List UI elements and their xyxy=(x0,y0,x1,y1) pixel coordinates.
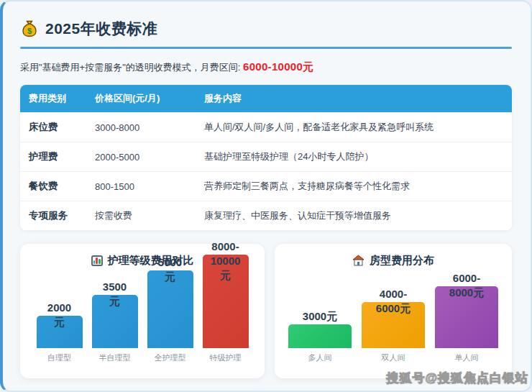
bar-chart-icon xyxy=(91,255,103,266)
bar-value-label: 3500 元 xyxy=(103,280,127,309)
bar-category-label: 半自理型 xyxy=(99,352,131,363)
col-header-service: 服务内容 xyxy=(196,85,512,112)
money-bag-icon: $ xyxy=(20,19,39,38)
table-cell: 按需收费 xyxy=(86,201,196,230)
table-cell: 护理费 xyxy=(20,142,86,171)
table-cell: 基础护理至特级护理（24小时专人陪护） xyxy=(196,142,512,171)
bar-category-label: 全护理型 xyxy=(155,352,186,363)
bar-value-label: 2000 元 xyxy=(47,301,71,329)
table-cell: 床位费 xyxy=(20,112,86,142)
chart-bar: 5000 元 xyxy=(147,270,193,348)
table-row: 专项服务按需收费康复理疗、中医服务、认知症干预等增值服务 xyxy=(20,201,512,230)
table-cell: 餐饮费 xyxy=(20,171,86,201)
table-cell: 2000-5000 xyxy=(86,142,196,171)
col-header-category: 费用类别 xyxy=(20,85,86,112)
col-header-price: 价格区间(元/月) xyxy=(86,85,196,112)
bar-value-label: 3000元 xyxy=(303,309,337,324)
charts-row: 护理等级费用对比 2000 元自理型3500 元半自理型5000 元全护理型80… xyxy=(20,244,512,378)
bar-value-label: 6000- 8000元 xyxy=(449,271,484,300)
bar-value-label: 8000- 10000 元 xyxy=(211,240,241,283)
table-row: 护理费2000-5000基础护理至特级护理（24小时专人陪护） xyxy=(20,142,512,171)
house-icon xyxy=(352,255,364,266)
pricing-panel: $ 2025年收费标准 采用"基础费用+按需服务"的透明收费模式，月费区间: 6… xyxy=(0,0,532,392)
page-title: 2025年收费标准 xyxy=(45,19,157,39)
chart-bar-column: 3500 元半自理型 xyxy=(92,295,138,363)
bar-value-label: 5000 元 xyxy=(158,255,182,284)
price-range-highlight: 6000-10000元 xyxy=(243,60,313,73)
chart-bar-column: 8000- 10000 元特级护理 xyxy=(203,255,249,363)
table-cell: 3000-8000 xyxy=(86,112,196,142)
table-row: 餐饮费800-1500营养师定制三餐两点，支持糖尿病餐等个性化需求 xyxy=(20,171,512,201)
fee-table-body: 床位费3000-8000单人间/双人间/多人间，配备适老化家具及紧急呼叫系统护理… xyxy=(20,112,512,230)
room-type-chart-card: 房型费用分布 3000元多人间4000- 6000元双人间6000- 8000元… xyxy=(275,244,512,378)
chart-title: 房型费用分布 xyxy=(370,254,434,268)
fee-table: 费用类别 价格区间(元/月) 服务内容 床位费3000-8000单人间/双人间/… xyxy=(20,85,512,230)
table-cell: 800-1500 xyxy=(86,171,196,201)
bar-value-label: 4000- 6000元 xyxy=(376,287,411,316)
subtitle-text: 采用"基础费用+按需服务"的透明收费模式，月费区间: xyxy=(20,62,243,73)
bar-category-label: 自理型 xyxy=(47,352,71,363)
bar-category-label: 双人间 xyxy=(382,352,405,363)
table-cell: 单人间/双人间/多人间，配备适老化家具及紧急呼叫系统 xyxy=(196,112,512,142)
table-cell: 营养师定制三餐两点，支持糖尿病餐等个性化需求 xyxy=(196,171,512,201)
table-cell: 专项服务 xyxy=(20,201,86,230)
chart-bar-column: 3000元多人间 xyxy=(288,324,352,363)
chart-bar-column: 4000- 6000元双人间 xyxy=(362,302,425,363)
chart-bars: 2000 元自理型3500 元半自理型5000 元全护理型8000- 10000… xyxy=(20,268,265,363)
chart-title-row: 房型费用分布 xyxy=(275,252,512,268)
care-level-chart-card: 护理等级费用对比 2000 元自理型3500 元半自理型5000 元全护理型80… xyxy=(20,244,265,378)
chart-bar: 2000 元 xyxy=(37,316,83,348)
bar-category-label: 单人间 xyxy=(455,352,479,363)
chart-bar: 3500 元 xyxy=(92,295,138,348)
chart-bar: 6000- 8000元 xyxy=(435,286,498,348)
fee-table-header: 费用类别 价格区间(元/月) 服务内容 xyxy=(20,85,512,112)
chart-bar: 3000元 xyxy=(288,324,352,348)
chart-bars: 3000元多人间4000- 6000元双人间6000- 8000元单人间 xyxy=(275,268,512,363)
table-row: 床位费3000-8000单人间/双人间/多人间，配备适老化家具及紧急呼叫系统 xyxy=(20,112,512,142)
bar-category-label: 多人间 xyxy=(308,352,332,363)
chart-bar-column: 2000 元自理型 xyxy=(37,316,83,363)
chart-bar-column: 5000 元全护理型 xyxy=(147,270,193,363)
subtitle: 采用"基础费用+按需服务"的透明收费模式，月费区间: 6000-10000元 xyxy=(20,60,512,74)
chart-bar-column: 6000- 8000元单人间 xyxy=(435,286,498,363)
title-divider xyxy=(20,47,512,49)
chart-bar: 8000- 10000 元 xyxy=(203,255,249,348)
bar-category-label: 特级护理 xyxy=(210,352,242,363)
sohu-watermark: 搜狐号@搜狐焦点白银站 xyxy=(386,370,528,386)
chart-bar: 4000- 6000元 xyxy=(362,302,425,348)
table-cell: 康复理疗、中医服务、认知症干预等增值服务 xyxy=(196,201,512,230)
svg-text:$: $ xyxy=(27,27,32,35)
header: $ 2025年收费标准 xyxy=(20,19,512,39)
